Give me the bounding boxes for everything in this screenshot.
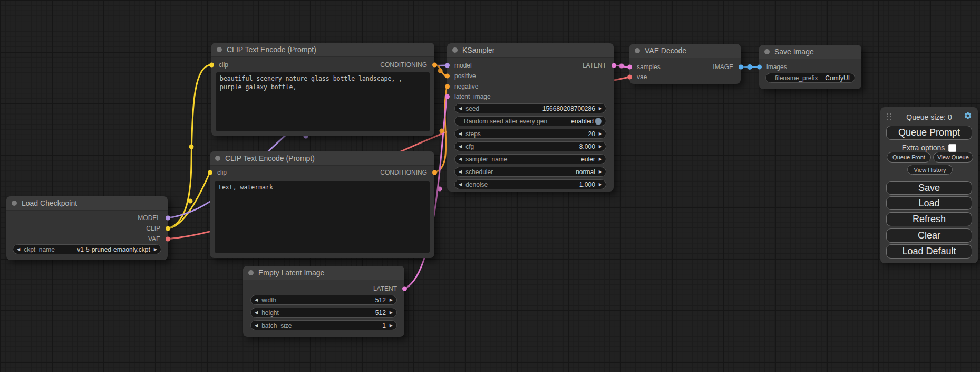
increment-arrow-icon[interactable]: ▶	[599, 170, 602, 174]
clear-button[interactable]: Clear	[886, 228, 972, 243]
increment-arrow-icon[interactable]: ▶	[599, 183, 602, 187]
widget-label: denoise	[465, 181, 488, 188]
node-title-bar[interactable]: CLIP Text Encode (Prompt)	[210, 151, 434, 166]
height-widget[interactable]: ◀ height 512 ▶	[250, 308, 397, 318]
load-button[interactable]: Load	[886, 196, 972, 210]
node-title-bar[interactable]: Load Checkpoint	[6, 196, 168, 211]
model-port-icon[interactable]	[166, 216, 170, 221]
latent-port-icon[interactable]	[612, 63, 616, 68]
conditioning-port-icon[interactable]	[432, 63, 437, 68]
node-clip-text-encode-positive[interactable]: CLIP Text Encode (Prompt) clip CONDITION…	[211, 43, 434, 136]
clip-port-icon[interactable]	[208, 170, 212, 175]
collapse-dot-icon[interactable]	[452, 47, 458, 53]
batch-size-widget[interactable]: ◀ batch_size 1 ▶	[250, 320, 397, 330]
slot-label: LATENT	[583, 62, 606, 69]
conditioning-port-icon[interactable]	[445, 74, 450, 79]
scheduler-widget[interactable]: ◀ scheduler normal ▶	[454, 167, 606, 177]
increment-arrow-icon[interactable]: ▶	[599, 132, 602, 136]
latent-port-icon[interactable]	[445, 94, 450, 99]
node-graph-canvas[interactable]: Load Checkpoint MODEL CLIP VAE ◀ ckpt_na…	[0, 0, 980, 372]
conditioning-port-icon[interactable]	[432, 170, 437, 175]
cfg-widget[interactable]: ◀ cfg 8.000 ▶	[454, 141, 606, 151]
collapse-dot-icon[interactable]	[764, 49, 770, 54]
slot-label: model	[454, 62, 472, 69]
ckpt-name-widget[interactable]: ◀ ckpt_name v1-5-pruned-emaonly.ckpt ▶	[13, 244, 161, 254]
node-title-bar[interactable]: Save Image	[759, 45, 861, 59]
collapse-dot-icon[interactable]	[215, 156, 220, 161]
queue-prompt-button[interactable]: Queue Prompt	[886, 126, 972, 140]
slot-label: MODEL	[138, 214, 160, 222]
denoise-widget[interactable]: ◀ denoise 1.000 ▶	[454, 179, 606, 189]
negative-prompt-textarea[interactable]: text, watermark	[215, 181, 430, 253]
positive-prompt-textarea[interactable]: beautiful scenery nature glass bottle la…	[216, 72, 430, 131]
latent-port-icon[interactable]	[402, 287, 407, 291]
node-empty-latent-image[interactable]: Empty Latent Image LATENT ◀ width 512 ▶ …	[243, 266, 404, 337]
collapse-dot-icon[interactable]	[248, 270, 254, 275]
conditioning-port-icon[interactable]	[445, 84, 450, 89]
increment-arrow-icon[interactable]: ▶	[390, 311, 393, 315]
latent-port-icon[interactable]	[627, 65, 632, 70]
decrement-arrow-icon[interactable]: ◀	[255, 311, 258, 315]
save-button[interactable]: Save	[886, 181, 972, 195]
decrement-arrow-icon[interactable]: ◀	[459, 170, 462, 174]
increment-arrow-icon[interactable]: ▶	[390, 323, 393, 328]
increment-arrow-icon[interactable]: ▶	[599, 157, 602, 161]
vae-port-icon[interactable]	[166, 237, 170, 242]
node-title: Empty Latent Image	[258, 269, 324, 277]
seed-widget[interactable]: ◀ seed 156680208700286 ▶	[454, 103, 606, 113]
width-widget[interactable]: ◀ width 512 ▶	[250, 295, 397, 305]
node-ksampler[interactable]: KSampler model positive negative latent_…	[447, 43, 614, 192]
gear-icon[interactable]	[964, 111, 972, 120]
node-save-image[interactable]: Save Image images filename_prefix ComfyU…	[759, 45, 861, 89]
node-load-checkpoint[interactable]: Load Checkpoint MODEL CLIP VAE ◀ ckpt_na…	[6, 196, 168, 260]
node-title-bar[interactable]: CLIP Text Encode (Prompt)	[211, 43, 434, 57]
slot-label: LATENT	[373, 285, 397, 292]
clip-port-icon[interactable]	[166, 226, 170, 231]
input-slot-vae: vae	[629, 72, 647, 82]
node-title-bar[interactable]: Empty Latent Image	[243, 266, 404, 280]
view-queue-button[interactable]: View Queue	[933, 152, 973, 163]
decrement-arrow-icon[interactable]: ◀	[255, 323, 258, 328]
view-history-button[interactable]: View History	[907, 165, 953, 175]
decrement-arrow-icon[interactable]: ◀	[459, 132, 462, 136]
node-clip-text-encode-negative[interactable]: CLIP Text Encode (Prompt) clip CONDITION…	[210, 151, 434, 258]
decrement-arrow-icon[interactable]: ◀	[459, 107, 462, 111]
decrement-arrow-icon[interactable]: ◀	[17, 247, 20, 252]
random-seed-toggle[interactable]: Random seed after every gen enabled	[454, 116, 606, 126]
decrement-arrow-icon[interactable]: ◀	[255, 298, 258, 302]
node-title-bar[interactable]: VAE Decode	[629, 44, 741, 58]
image-port-icon[interactable]	[739, 65, 743, 70]
load-default-button[interactable]: Load Default	[886, 244, 972, 259]
collapse-dot-icon[interactable]	[12, 201, 17, 206]
extra-options-label: Extra options	[902, 144, 945, 152]
clip-port-icon[interactable]	[209, 63, 214, 68]
increment-arrow-icon[interactable]: ▶	[154, 247, 157, 252]
node-title: CLIP Text Encode (Prompt)	[227, 45, 316, 54]
node-vae-decode[interactable]: VAE Decode samples vae IMAGE	[629, 44, 741, 84]
collapse-dot-icon[interactable]	[635, 48, 640, 53]
widget-value: 8.000	[579, 143, 595, 150]
queue-front-button[interactable]: Queue Front	[887, 152, 931, 163]
decrement-arrow-icon[interactable]: ◀	[459, 157, 462, 161]
steps-widget[interactable]: ◀ steps 20 ▶	[454, 129, 606, 139]
decrement-arrow-icon[interactable]: ◀	[459, 145, 462, 149]
increment-arrow-icon[interactable]: ▶	[599, 145, 602, 149]
refresh-button[interactable]: Refresh	[886, 212, 972, 226]
node-title: CLIP Text Encode (Prompt)	[225, 154, 315, 163]
image-port-icon[interactable]	[757, 65, 762, 70]
output-slot-conditioning: CONDITIONING	[380, 168, 434, 177]
toggle-circle-icon[interactable]	[595, 118, 602, 125]
collapse-dot-icon[interactable]	[217, 47, 222, 52]
sampler-name-widget[interactable]: ◀ sampler_name euler ▶	[454, 154, 606, 164]
output-slot-vae: VAE	[148, 234, 168, 244]
link-dot	[189, 145, 194, 149]
vae-port-icon[interactable]	[627, 75, 632, 80]
increment-arrow-icon[interactable]: ▶	[599, 107, 602, 111]
extra-options-checkbox[interactable]	[948, 144, 956, 152]
model-port-icon[interactable]	[445, 63, 450, 68]
increment-arrow-icon[interactable]: ▶	[390, 298, 393, 302]
node-title-bar[interactable]: KSampler	[447, 43, 614, 58]
node-title: KSampler	[462, 46, 494, 54]
decrement-arrow-icon[interactable]: ◀	[459, 183, 462, 187]
filename-prefix-widget[interactable]: filename_prefix ComfyUI	[765, 73, 855, 83]
